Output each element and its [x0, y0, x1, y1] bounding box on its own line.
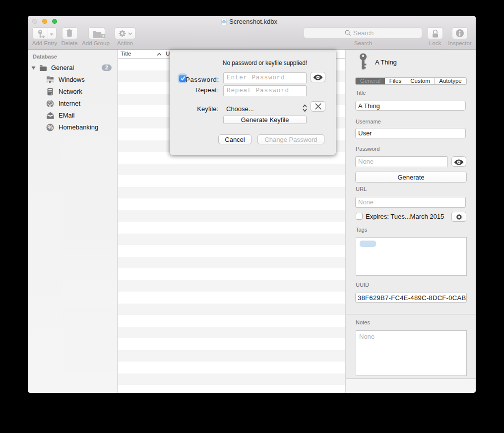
svg-text:%: % [48, 124, 53, 131]
